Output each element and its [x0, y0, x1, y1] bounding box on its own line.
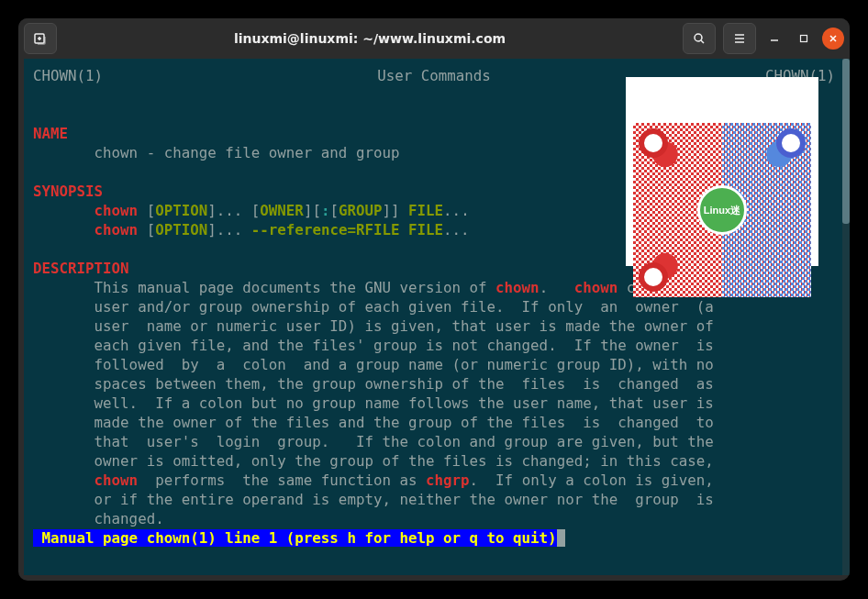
cursor [557, 529, 566, 547]
titlebar: linuxmi@linuxmi: ~/www.linuxmi.com [18, 18, 850, 59]
desc-line-13: changed. [33, 510, 164, 527]
desc-line-10: owner is omitted, only the group of the … [33, 452, 714, 470]
synopsis-line-1: chown [OPTION]... [OWNER][:[GROUP]] FILE… [33, 202, 470, 219]
section-synopsis-heading: SYNOPSIS [33, 183, 103, 200]
window-title: linuxmi@linuxmi: ~/www.linuxmi.com [61, 31, 679, 46]
desc-line-1: This manual page documents the GNU versi… [33, 279, 722, 296]
menu-button[interactable] [723, 23, 756, 54]
svg-rect-2 [801, 36, 807, 42]
close-button[interactable] [822, 28, 844, 50]
qr-center-logo: Linux迷 [697, 185, 747, 235]
man-blank [33, 105, 42, 123]
man-header-center: User Commands [377, 66, 491, 85]
desc-line-4: each given file, and the files' group is… [33, 337, 714, 354]
new-tab-button[interactable] [24, 23, 57, 54]
desc-line-5: followed by a colon and a group name (or… [33, 356, 714, 373]
search-button[interactable] [683, 23, 716, 54]
synopsis-line-2: chown [OPTION]... --reference=RFILE FILE… [33, 221, 470, 238]
desc-line-9: that user's login group. If the colon an… [33, 433, 714, 450]
titlebar-right [683, 23, 844, 54]
minimize-button[interactable] [763, 28, 785, 50]
qr-finder-tr [776, 128, 806, 158]
desc-line-11: chown performs the same function as chgr… [33, 471, 714, 489]
pager-status-line: Manual page chown(1) line 1 (press h for… [33, 529, 557, 547]
qr-finder-tl [639, 128, 668, 158]
desc-line-8: made the owner of the files and the grou… [33, 414, 714, 431]
section-description-heading: DESCRIPTION [33, 260, 129, 277]
man-blank [33, 240, 42, 258]
maximize-button[interactable] [793, 28, 815, 50]
svg-point-1 [695, 34, 702, 41]
desc-line-3: user name or numeric user ID) is given, … [33, 317, 714, 335]
scrollbar[interactable] [842, 59, 850, 575]
man-blank [33, 163, 42, 181]
desc-line-2: user and/or group ownership of each give… [33, 298, 714, 316]
terminal-window: linuxmi@linuxmi: ~/www.linuxmi.com CHOWN… [18, 18, 850, 581]
desc-line-7: well. If a colon but no group name follo… [33, 394, 714, 412]
name-line: chown - change file owner and group [33, 144, 399, 161]
qr-finder-bl [639, 262, 668, 292]
qr-pattern: Linux迷 [633, 123, 811, 297]
section-name-heading: NAME [33, 125, 68, 142]
terminal-content[interactable]: CHOWN(1)User CommandsCHOWN(1) NAME chown… [24, 59, 844, 575]
qr-code-overlay: Linux迷 [626, 77, 818, 266]
desc-line-6: spaces between them, the group ownership… [33, 375, 714, 393]
scrollbar-thumb[interactable] [842, 59, 850, 224]
man-header-left: CHOWN(1) [33, 66, 103, 85]
desc-line-12: or if the entire operand is empty, neith… [33, 491, 714, 508]
